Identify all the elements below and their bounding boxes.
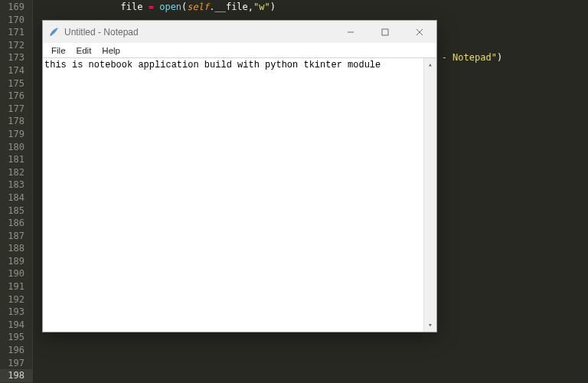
svg-rect-1 [382,29,388,35]
menu-file[interactable]: File [46,43,71,57]
line-number: 197 [0,357,32,370]
line-number: 182 [0,166,32,179]
line-number: 171 [0,26,32,39]
scroll-up-icon[interactable]: ▴ [424,58,436,71]
notepad-window: Untitled - Notepad File Edit Help this i… [42,20,437,332]
code-line [32,344,588,357]
line-number: 174 [0,64,32,77]
menu-help[interactable]: Help [96,43,126,57]
line-number: 178 [0,115,32,128]
code-line: file = open(self.__file,"w") [32,1,588,14]
gutter-border [32,0,33,383]
line-number: 175 [0,77,32,90]
menubar: File Edit Help [43,43,436,58]
line-number: 198 [0,369,32,382]
line-number: 196 [0,344,32,357]
line-number: 173 [0,51,32,64]
line-number: 188 [0,242,32,255]
line-number: 195 [0,331,32,344]
window-title: Untitled - Notepad [64,27,139,38]
line-number: 190 [0,267,32,280]
line-number: 186 [0,217,32,230]
line-number: 193 [0,306,32,319]
code-line [32,331,588,344]
line-number: 184 [0,192,32,205]
text-content: this is notebook application build with … [44,60,381,70]
line-number: 185 [0,205,32,218]
scroll-down-icon[interactable]: ▾ [424,319,436,332]
line-number: 180 [0,141,32,154]
feather-icon [47,26,60,38]
line-number: 194 [0,319,32,332]
line-number-gutter: 1691701711721731741751761771781791801811… [0,0,32,383]
line-number: 179 [0,128,32,141]
line-number: 189 [0,255,32,268]
line-number: 187 [0,230,32,243]
close-button[interactable] [402,21,436,43]
line-number: 183 [0,178,32,192]
code-line [32,369,588,382]
line-number: 192 [0,293,32,306]
menu-edit[interactable]: Edit [71,43,97,57]
line-number: 177 [0,103,32,116]
maximize-button[interactable] [368,21,402,43]
line-number: 181 [0,153,32,166]
line-number: 176 [0,90,32,103]
line-number: 191 [0,280,32,293]
line-number: 169 [0,1,32,14]
code-line [32,357,588,370]
vertical-scrollbar[interactable]: ▴ ▾ [423,58,436,332]
minimize-button[interactable] [333,21,368,43]
titlebar[interactable]: Untitled - Notepad [43,21,436,43]
text-area[interactable]: this is notebook application build with … [43,58,436,332]
line-number: 170 [0,14,32,27]
line-number: 172 [0,39,32,52]
window-controls [333,21,436,43]
